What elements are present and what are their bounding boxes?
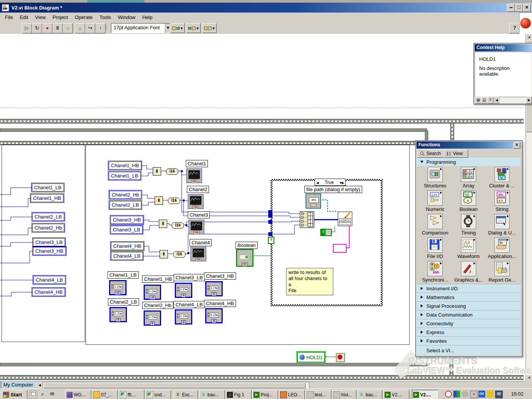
- align-objects-button[interactable]: [170, 23, 185, 33]
- menu-edit[interactable]: Edit: [16, 13, 32, 21]
- while-loop-border-right-outer[interactable]: [450, 122, 454, 141]
- waveform-chart-terminal[interactable]: I1b: [190, 247, 206, 261]
- palette-select-a-vi[interactable]: Select a VI...: [416, 345, 521, 355]
- palette-item-numeric[interactable]: 123+ Numeric: [418, 190, 452, 212]
- terminal-label[interactable]: Chanel1_HB: [109, 162, 141, 169]
- terminal-label[interactable]: Chanel2_LB: [109, 201, 141, 209]
- waveform-chart-terminal[interactable]: I1b: [188, 220, 204, 234]
- case-prev-icon[interactable]: [316, 180, 319, 185]
- palette-item-waveform[interactable]: Waveform: [452, 238, 485, 259]
- numeric-icon[interactable]: 123+: [428, 190, 443, 206]
- context-help-button[interactable]: ?: [509, 23, 520, 33]
- numeric-terminal[interactable]: 1.23I8: [205, 308, 223, 323]
- abort-button[interactable]: [42, 23, 52, 33]
- convert-i16-node[interactable]: I16: [168, 198, 180, 204]
- convert-i16-node[interactable]: I16: [172, 222, 184, 229]
- scroll-right-icon[interactable]: ▶: [526, 97, 532, 104]
- palette-view-button[interactable]: View: [444, 149, 468, 158]
- palette-category-connectivity[interactable]: Connectivity: [416, 319, 521, 328]
- waveform-chart-terminal[interactable]: I1b: [188, 194, 204, 209]
- step-over-button[interactable]: [85, 23, 95, 33]
- horizontal-scrollbar-thumb[interactable]: [43, 383, 306, 388]
- target-selector[interactable]: My Computer: [1, 382, 39, 389]
- tunnel[interactable]: [268, 214, 272, 218]
- terminal-label[interactable]: Chanel4_HB: [111, 242, 144, 250]
- palette-item-synchronization[interactable]: ! Synchroni...: [418, 261, 452, 283]
- task-button[interactable]: LEO...: [279, 390, 305, 399]
- numeric-terminal[interactable]: 1.23I8: [144, 310, 161, 326]
- detailed-help-button[interactable]: [487, 97, 494, 104]
- file-path-control[interactable]: abc: [306, 193, 321, 209]
- cluster-icon[interactable]: V: [494, 167, 510, 182]
- scroll-up-icon[interactable]: ▲: [526, 34, 532, 41]
- terminal-label[interactable]: Chanel1_HB: [31, 194, 63, 202]
- palette-category-mathematics[interactable]: Mathematics: [416, 293, 521, 301]
- task-button[interactable]: Proj...: [252, 390, 278, 399]
- internet-explorer-icon[interactable]: [39, 391, 46, 397]
- task-button[interactable]: fft....: [119, 390, 144, 399]
- terminal-label[interactable]: Chanel2_Hb: [32, 224, 64, 232]
- case-structure-border-bottom[interactable]: [271, 304, 383, 306]
- menu-operate[interactable]: Operate: [71, 13, 96, 21]
- distribute-objects-button[interactable]: [186, 23, 201, 33]
- numeric-label[interactable]: Chanel3_HB: [204, 272, 236, 280]
- case-next-icon[interactable]: [342, 180, 344, 185]
- true-constant[interactable]: T ▾: [320, 229, 332, 236]
- context-help-title[interactable]: Context Help: [475, 44, 532, 51]
- file-path-label[interactable]: file path (dialog if empty): [304, 186, 362, 193]
- numeric-terminal[interactable]: 1.23I8: [205, 281, 223, 296]
- palette-section-programming[interactable]: Programming: [416, 158, 521, 166]
- palette-item-comparison[interactable]: Comparison: [418, 214, 452, 236]
- numeric-label[interactable]: Chanel2_Hb: [142, 302, 173, 309]
- string-constant[interactable]: [333, 244, 347, 253]
- numeric-terminal[interactable]: 1.23I8: [175, 283, 192, 298]
- start-button[interactable]: Start: [1, 390, 27, 399]
- terminal-label[interactable]: Chanel2_LB: [32, 213, 64, 221]
- task-button[interactable]: V2....: [383, 390, 409, 399]
- boolean-icon[interactable]: TF∧: [461, 190, 476, 206]
- close-button[interactable]: [523, 4, 531, 12]
- task-button[interactable]: Fig 1: [226, 390, 252, 399]
- task-button[interactable]: WG...: [65, 390, 91, 399]
- hold1-boolean-terminal[interactable]: HOLD1: [297, 352, 325, 363]
- menu-tools[interactable]: Tools: [96, 13, 114, 21]
- numeric-label[interactable]: Chanel2_LB: [108, 298, 139, 306]
- show-desktop-icon[interactable]: [30, 391, 37, 398]
- palette-search-button[interactable]: Search: [417, 149, 447, 158]
- tray-language-indicator[interactable]: DE: [478, 391, 485, 397]
- case-selector-tunnel[interactable]: [268, 237, 274, 244]
- file-io-icon[interactable]: [428, 238, 443, 253]
- step-into-button[interactable]: [75, 23, 85, 33]
- numeric-terminal[interactable]: 1.23U8: [144, 285, 161, 300]
- comment-note[interactable]: write to results of all four chanels to …: [286, 268, 333, 295]
- palette-category-favorites[interactable]: Favorites: [416, 336, 521, 345]
- task-button[interactable]: Exc...: [174, 390, 198, 399]
- join-numbers-node[interactable]: [160, 250, 168, 258]
- lock-help-button[interactable]: [481, 97, 488, 104]
- waveform-icon[interactable]: [461, 238, 476, 253]
- terminal-label[interactable]: Chanel4_HB: [32, 288, 65, 296]
- palette-category-express[interactable]: Express: [416, 328, 521, 336]
- comparison-icon[interactable]: [428, 214, 443, 229]
- chart-label[interactable]: Chanel2: [187, 186, 209, 193]
- chart-label[interactable]: Chanel1: [186, 160, 208, 167]
- task-button[interactable]: 07_...: [92, 390, 118, 399]
- menu-project[interactable]: Project: [49, 13, 71, 21]
- palette-category-instrument-io[interactable]: Instrument I/O: [416, 284, 521, 293]
- menu-file[interactable]: File: [2, 13, 16, 21]
- terminal-label[interactable]: Chanel2_Hb: [109, 191, 141, 199]
- palette-item-dialog[interactable]: Dialog & U...: [485, 214, 519, 236]
- structures-icon[interactable]: [428, 167, 443, 182]
- palette-close-icon[interactable]: [513, 142, 520, 149]
- terminal-label[interactable]: Chanel3_HB: [111, 216, 143, 224]
- boolean-switch-terminal[interactable]: TF: [236, 249, 253, 267]
- array-icon[interactable]: 1234: [461, 167, 476, 182]
- font-selector[interactable]: 17pt Application Font: [111, 23, 171, 33]
- palette-item-array[interactable]: 1234 Array: [452, 167, 485, 188]
- tray-icon-flag[interactable]: [453, 391, 460, 397]
- timing-icon[interactable]: [461, 214, 476, 229]
- chart-label[interactable]: Chanel4: [190, 239, 212, 246]
- join-numbers-node[interactable]: [159, 220, 167, 228]
- numeric-label[interactable]: Chanel3_LB: [174, 274, 205, 281]
- convert-i16-node[interactable]: I16: [166, 168, 178, 175]
